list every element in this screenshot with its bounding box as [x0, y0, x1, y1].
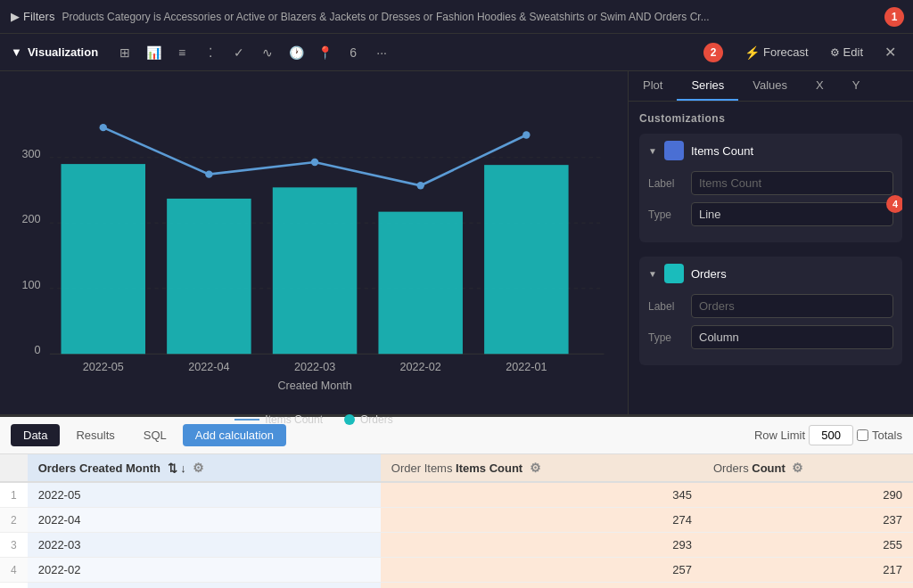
series-orders-header[interactable]: ▼ Orders [639, 257, 902, 290]
edit-icon: ⚙ [830, 46, 840, 59]
tab-sql[interactable]: SQL [131, 424, 179, 446]
gear-icon-items-count[interactable]: ⚙ [530, 461, 541, 475]
bar-2022-01 [484, 165, 569, 354]
cell-orders-count-1: 290 [703, 482, 913, 508]
series-items-count-header[interactable]: ▼ Items Count [639, 134, 902, 167]
filter-chevron-icon: ▶ [11, 10, 20, 23]
series-type-input-1[interactable] [691, 202, 893, 226]
legend-items-count: Items Count [234, 413, 323, 426]
data-section: Data Results SQL Add calculation Row Lim… [0, 417, 913, 588]
table-body: 1 2022-05 345 290 2 2022-04 274 237 3 20… [0, 482, 913, 588]
chart-panel-row: 0 100 200 300 [0, 71, 913, 414]
table-row[interactable]: 1 2022-05 345 290 [0, 482, 913, 508]
series-color-orders[interactable] [664, 264, 684, 283]
line-point-4 [417, 182, 424, 189]
panel-tabs: Plot Series Values X Y [629, 71, 913, 102]
forecast-icon: ⚡ [744, 45, 760, 60]
cell-created-month-4: 2022-02 [28, 558, 381, 583]
viz-toolbar: ▼ Visualization ⊞ 📊 ≡ ⁚ ✓ ∿ 🕐 📍 6 ··· 2 … [0, 34, 913, 71]
table-row[interactable]: 5 2022-01 334 289 [0, 583, 913, 589]
tab-data[interactable]: Data [11, 424, 60, 446]
field-row-label-1: Label [648, 171, 893, 195]
line-point-2 [205, 170, 212, 177]
map-icon-btn[interactable]: 📍 [312, 40, 337, 65]
cell-items-count-4: 257 [381, 558, 703, 583]
badge-2: 2 [703, 43, 723, 62]
svg-text:2022-05: 2022-05 [83, 361, 124, 373]
filter-toggle-label: Filters [23, 10, 54, 23]
legend-orders: Orders [344, 413, 393, 426]
svg-text:0: 0 [34, 344, 40, 356]
area-icon-btn[interactable]: ∿ [255, 40, 280, 65]
svg-text:2022-04: 2022-04 [188, 361, 229, 373]
tab-results[interactable]: Results [63, 424, 127, 446]
clock-icon-btn[interactable]: 🕐 [284, 40, 308, 65]
series-item-orders: ▼ Orders Label Type [639, 257, 902, 365]
th-orders-count[interactable]: Orders Count ⚙ [703, 454, 913, 482]
label-field-label-1: Label [648, 177, 684, 190]
th-created-month[interactable]: Orders Created Month ⇅ ↓ ⚙ [28, 454, 381, 482]
th-items-count[interactable]: Order Items Items Count ⚙ [381, 454, 703, 482]
cell-orders-count-4: 217 [703, 558, 913, 583]
sort-icon[interactable]: ⇅ ↓ [168, 461, 186, 475]
cell-orders-count-3: 255 [703, 533, 913, 558]
forecast-label: Forecast [763, 45, 809, 59]
totals-checkbox[interactable]: Totals [857, 429, 902, 442]
table-icon-btn[interactable]: ⊞ [112, 40, 137, 65]
tab-values[interactable]: Values [738, 71, 802, 101]
bar-2022-05 [62, 164, 146, 354]
bar-2022-04 [167, 199, 251, 354]
row-num-5: 5 [0, 583, 28, 589]
svg-text:2022-01: 2022-01 [506, 361, 547, 373]
svg-text:200: 200 [21, 213, 40, 225]
table-row[interactable]: 3 2022-03 293 255 [0, 533, 913, 558]
viz-chevron-icon: ▼ [11, 45, 22, 59]
row-limit-input[interactable] [809, 425, 853, 445]
edit-button[interactable]: ⚙ Edit [823, 42, 870, 62]
field-row-type-2: Type [648, 325, 893, 349]
totals-check-input[interactable] [857, 429, 868, 441]
col-header-order-items: Order Items [391, 461, 456, 475]
legend-orders-label: Orders [360, 413, 393, 426]
gear-icon-created-month[interactable]: ⚙ [193, 461, 204, 475]
row-num-2: 2 [0, 508, 28, 533]
results-table: Orders Created Month ⇅ ↓ ⚙ Order Items I… [0, 454, 913, 588]
scatter-icon-btn[interactable]: ⁚ [198, 40, 223, 65]
series-label-input-2[interactable] [691, 294, 893, 318]
col-header-created-month: Created Month [79, 461, 160, 475]
tab-y[interactable]: Y [838, 71, 875, 101]
tab-x[interactable]: X [802, 71, 838, 101]
row-num-3: 3 [0, 533, 28, 558]
tab-series[interactable]: Series [677, 71, 738, 101]
close-button[interactable]: ✕ [877, 40, 902, 65]
series-type-input-2[interactable] [691, 325, 893, 349]
col-header-count: Count [752, 461, 786, 475]
filter-toggle[interactable]: ▶ Filters [11, 10, 54, 23]
line-icon-btn[interactable]: ✓ [226, 40, 251, 65]
filter-bar: ▶ Filters Products Category is Accessori… [0, 0, 913, 34]
chart-legend: Items Count Orders [14, 413, 613, 426]
svg-text:2022-03: 2022-03 [294, 361, 335, 373]
legend-circle-icon [344, 414, 355, 425]
table-row[interactable]: 4 2022-02 257 217 [0, 558, 913, 583]
cell-items-count-3: 293 [381, 533, 703, 558]
table-row[interactable]: 2 2022-04 274 237 [0, 508, 913, 533]
series-label-input-1[interactable] [691, 171, 893, 195]
forecast-button[interactable]: ⚡ Forecast [737, 42, 816, 63]
label-field-label-2: Label [648, 300, 684, 313]
gear-icon-orders-count[interactable]: ⚙ [792, 461, 803, 475]
table-alt-icon-btn[interactable]: ≡ [169, 40, 194, 65]
th-row-num [0, 454, 28, 482]
more-icon-btn[interactable]: ··· [369, 40, 394, 65]
series-chevron-icon-1: ▼ [648, 146, 657, 156]
tab-plot[interactable]: Plot [629, 71, 677, 101]
col-header-orders-2: Orders [713, 461, 752, 475]
col-header-orders: Orders [38, 461, 79, 475]
series-color-items-count[interactable] [664, 141, 684, 160]
number-icon-btn[interactable]: 6 [341, 40, 366, 65]
add-calculation-button[interactable]: Add calculation [183, 424, 286, 446]
label-field-type-1: Type [648, 208, 684, 221]
chart-svg: 0 100 200 300 [14, 86, 613, 407]
bar-chart-icon-btn[interactable]: 📊 [141, 40, 166, 65]
bar-2022-03 [273, 187, 358, 354]
